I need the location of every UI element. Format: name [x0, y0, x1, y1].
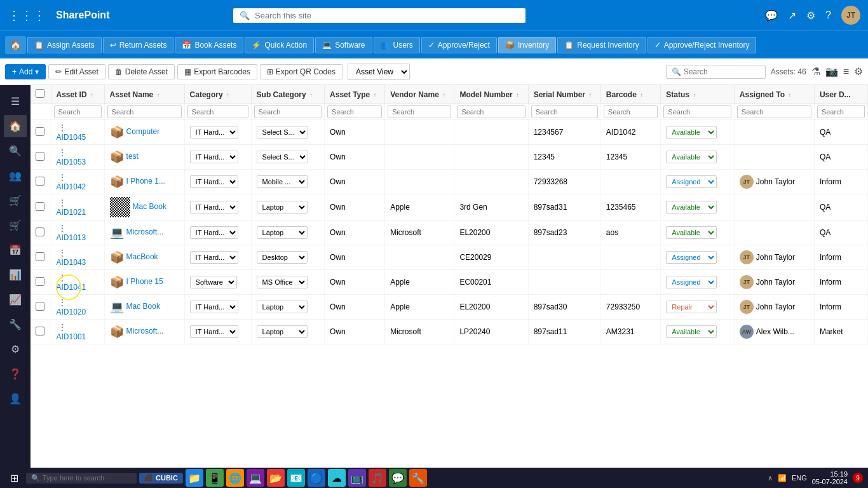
- taskbar-app-sen[interactable]: 🔧: [409, 469, 427, 487]
- model-sort-icon[interactable]: ↑: [516, 92, 519, 98]
- row-checkbox[interactable]: [36, 177, 44, 186]
- subcategory-select[interactable]: Mobile ...: [257, 175, 308, 188]
- sidebar-tools-icon[interactable]: 🔧: [4, 313, 27, 336]
- asset-id-link[interactable]: AID1020: [57, 308, 86, 316]
- status-select[interactable]: Repair: [666, 301, 717, 313]
- asset-id-link[interactable]: AID1045: [57, 133, 86, 142]
- user-avatar[interactable]: JT: [841, 6, 860, 25]
- nav-users[interactable]: 👥 Users: [374, 37, 420, 53]
- row-menu-dots[interactable]: ⋮: [57, 248, 68, 258]
- subcategory-select[interactable]: Select S...: [257, 126, 308, 139]
- asset-name-link[interactable]: Microsoft...: [126, 227, 164, 236]
- status-select[interactable]: Available: [666, 126, 717, 139]
- taskbar-up-arrow[interactable]: ∧: [768, 474, 773, 482]
- category-select[interactable]: IT Hard...: [190, 126, 238, 139]
- col-header-barcode[interactable]: Barcode ↑: [600, 85, 661, 104]
- nav-approve-reject[interactable]: ✓ Approve/Reject: [421, 37, 497, 53]
- row-menu-dots[interactable]: ⋮: [57, 172, 68, 182]
- col-header-subcategory[interactable]: Sub Category ↑: [251, 85, 325, 104]
- row-menu-dots[interactable]: ⋮: [57, 273, 68, 283]
- sidebar-help-icon[interactable]: ❓: [4, 363, 27, 385]
- asset-name-link[interactable]: Mac Book: [133, 202, 166, 211]
- columns-icon[interactable]: ≡: [843, 66, 849, 78]
- select-all-checkbox[interactable]: [36, 89, 44, 98]
- taskbar-app-mail[interactable]: 📧: [287, 469, 305, 487]
- taskbar-app-am[interactable]: 🎵: [369, 469, 386, 487]
- col-header-userdept[interactable]: User D...: [814, 85, 867, 104]
- subcategory-select[interactable]: Desktop: [257, 251, 308, 264]
- asset-name-link[interactable]: I Phone 1...: [126, 177, 165, 186]
- col-header-serial[interactable]: Serial Number ↑: [528, 85, 600, 104]
- asset-name-link[interactable]: Mac Book: [126, 302, 160, 311]
- nav-inventory[interactable]: 📦 Inventory: [498, 37, 556, 53]
- category-select[interactable]: IT Hard...: [190, 251, 238, 264]
- help-icon[interactable]: ?: [825, 10, 831, 21]
- global-search[interactable]: 🔍: [233, 8, 526, 23]
- row-menu-dots[interactable]: ⋮: [57, 198, 68, 208]
- asset-view-select[interactable]: Asset View: [348, 64, 410, 80]
- export-barcodes-button[interactable]: ▦ Export Barcodes: [177, 64, 257, 79]
- row-checkbox[interactable]: [36, 252, 44, 261]
- taskbar-network-icon[interactable]: 📶: [778, 474, 787, 482]
- status-select[interactable]: Assigned: [666, 251, 717, 264]
- taskbar-app-browser[interactable]: 🌐: [226, 469, 244, 487]
- sidebar-profile-icon[interactable]: 👤: [4, 388, 27, 410]
- serial-sort-icon[interactable]: ↑: [588, 92, 592, 98]
- sidebar-search-icon[interactable]: 🔍: [4, 140, 27, 162]
- delete-asset-button[interactable]: 🗑 Delete Asset: [108, 64, 175, 79]
- search-barcode[interactable]: [604, 105, 658, 118]
- chat-icon[interactable]: 💬: [765, 10, 778, 22]
- edit-asset-button[interactable]: ✏ Edit Asset: [48, 64, 105, 79]
- nav-assign-assets[interactable]: 📋 Assign Assets: [27, 37, 102, 53]
- row-checkbox[interactable]: [36, 327, 44, 336]
- category-select[interactable]: IT Hard...: [190, 151, 238, 163]
- sidebar-settings-icon[interactable]: ⚙: [6, 338, 25, 360]
- col-header-model[interactable]: Model Number ↑: [454, 85, 528, 104]
- sidebar-calendar-icon[interactable]: 📅: [4, 239, 27, 261]
- taskbar-app-chat[interactable]: 💬: [389, 469, 407, 487]
- row-checkbox[interactable]: [36, 227, 44, 236]
- asset-name-link[interactable]: Microsoft...: [126, 327, 164, 336]
- status-sort-icon[interactable]: ↑: [693, 92, 696, 98]
- export-qr-button[interactable]: ⊞ Export QR Codes: [260, 64, 342, 79]
- row-checkbox[interactable]: [36, 152, 44, 161]
- subcategory-select[interactable]: Laptop: [257, 301, 308, 313]
- add-button[interactable]: + Add ▾: [5, 64, 46, 79]
- taskbar-app-files[interactable]: 📁: [186, 469, 203, 487]
- asset-id-link[interactable]: AID1042: [57, 182, 86, 191]
- status-select[interactable]: Assigned: [666, 175, 717, 188]
- assetid-sort-icon[interactable]: ↑: [90, 92, 93, 98]
- category-sort-icon[interactable]: ↑: [226, 92, 229, 98]
- filter-icon[interactable]: ⚗: [811, 65, 820, 78]
- row-menu-dots[interactable]: ⋮: [57, 147, 68, 158]
- category-select[interactable]: IT Hard...: [190, 175, 238, 188]
- search-assetid[interactable]: [54, 105, 102, 118]
- row-checkbox[interactable]: [36, 202, 44, 211]
- col-header-status[interactable]: Status ↑: [661, 85, 735, 104]
- row-menu-dots[interactable]: ⋮: [57, 123, 68, 133]
- subcategory-select[interactable]: Laptop: [257, 226, 308, 239]
- nav-book-assets[interactable]: 📅 Book Assets: [175, 37, 243, 53]
- sidebar-cart-icon[interactable]: 🛒: [4, 189, 27, 212]
- category-select[interactable]: Software: [190, 276, 237, 288]
- sidebar-menu-icon[interactable]: ☰: [6, 90, 25, 112]
- taskbar-app-folder[interactable]: 📂: [267, 469, 285, 487]
- status-select[interactable]: Available: [666, 151, 717, 163]
- subcategory-select[interactable]: MS Office: [257, 276, 308, 288]
- asset-name-link[interactable]: Computer: [126, 127, 160, 136]
- search-category[interactable]: [187, 105, 248, 118]
- table-search-box[interactable]: 🔍: [666, 65, 766, 79]
- table-settings-icon[interactable]: ⚙: [854, 65, 863, 78]
- assignedto-sort-icon[interactable]: ↑: [788, 92, 791, 98]
- search-assignedto[interactable]: [737, 105, 811, 118]
- subcategory-select[interactable]: Select S...: [257, 151, 308, 163]
- assetname-sort-icon[interactable]: ↑: [157, 92, 160, 98]
- taskbar-app-screen[interactable]: 📺: [348, 469, 366, 487]
- taskbar-app-phone[interactable]: 📱: [206, 469, 224, 487]
- nav-request-inventory[interactable]: 📋 Request Inventory: [557, 37, 646, 53]
- asset-id-link[interactable]: AID1041: [57, 283, 86, 292]
- asset-id-link[interactable]: AID1013: [57, 233, 86, 242]
- search-status[interactable]: [663, 105, 731, 118]
- taskbar-search[interactable]: 🔍: [26, 473, 137, 484]
- subcategory-sort-icon[interactable]: ↑: [309, 92, 313, 98]
